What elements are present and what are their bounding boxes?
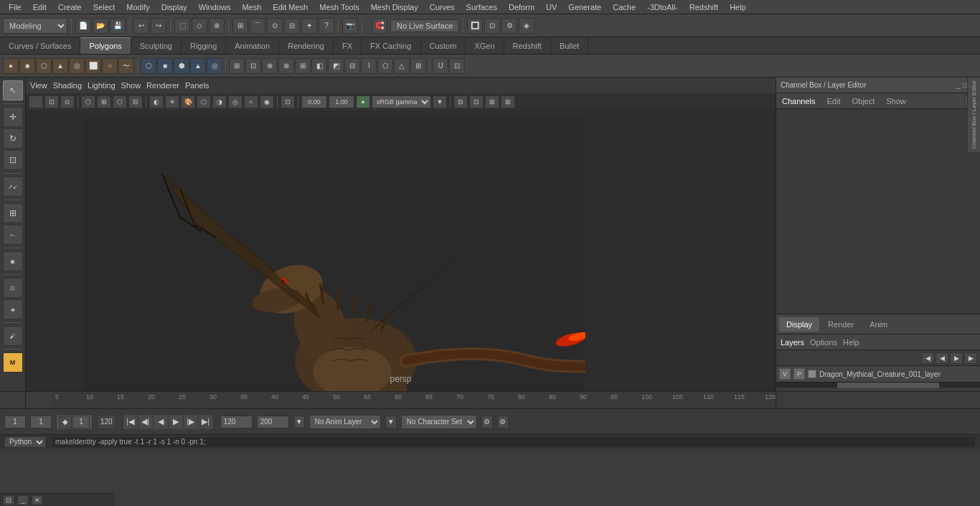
vp-menu-show[interactable]: Show <box>121 81 141 90</box>
render-icon[interactable]: 🔳 <box>467 18 483 34</box>
bevel-icon[interactable]: ⊡ <box>245 58 261 74</box>
menu-deform[interactable]: Deform <box>503 1 540 13</box>
xray-icon[interactable]: ⬡ <box>113 95 127 108</box>
menu-help[interactable]: Help <box>724 1 752 13</box>
script-lang-select[interactable]: Python MEL <box>4 436 46 448</box>
gamma-expand-icon[interactable]: ▼ <box>433 95 447 108</box>
go-to-end-btn[interactable]: ▶| <box>199 415 213 429</box>
command-line-input[interactable] <box>52 436 976 448</box>
layer-vis-v[interactable]: V <box>779 368 791 380</box>
layer-vis-p[interactable]: P <box>793 368 805 380</box>
plane-icon[interactable]: ⬜ <box>85 58 101 74</box>
boolean-icon[interactable]: ⊞ <box>410 58 426 74</box>
camera-icon[interactable]: 📷 <box>342 18 358 34</box>
shadow-icon[interactable]: ◑ <box>212 95 227 108</box>
fill-icon[interactable]: ◧ <box>311 58 327 74</box>
disp-tab-anim[interactable]: Anim <box>862 317 895 332</box>
move-tool-btn[interactable]: ✛ <box>3 107 23 127</box>
color-icon[interactable]: 🎨 <box>181 95 195 108</box>
vp-menu-view[interactable]: View <box>30 81 47 90</box>
new-scene-icon[interactable]: 📄 <box>75 18 91 34</box>
layer-add-btn[interactable]: ◀ <box>921 352 934 364</box>
char-set-gear-btn[interactable]: ⚙ <box>497 416 509 428</box>
ch-tab-show[interactable]: Show <box>883 95 909 107</box>
menu-generate[interactable]: Generate <box>562 1 607 13</box>
gamma-exposure-field[interactable] <box>301 95 327 108</box>
component-btn[interactable]: ⊡ <box>3 278 23 298</box>
mode-dropdown[interactable]: Modeling <box>3 18 67 34</box>
menu-windows[interactable]: Windows <box>193 1 237 13</box>
wireframe-icon[interactable]: ⊟ <box>128 95 143 108</box>
reduce-icon[interactable]: ⬡ <box>377 58 393 74</box>
torus-icon[interactable]: ◎ <box>69 58 85 74</box>
snap-btn[interactable]: ⊞ <box>3 203 23 223</box>
tab-fx[interactable]: FX <box>334 37 362 54</box>
texture-icon[interactable]: ⬡ <box>197 95 211 108</box>
hud3-icon[interactable]: ⊞ <box>485 95 499 108</box>
ch-tab-channels[interactable]: Channels <box>779 95 818 107</box>
char-set-options-btn[interactable]: ⚙ <box>481 416 493 428</box>
tab-curves-surfaces[interactable]: Curves / Surfaces <box>0 37 80 54</box>
pipe-icon[interactable]: ○ <box>102 58 118 74</box>
snap-live-icon[interactable]: ✦ <box>301 18 317 34</box>
snap-to-view-icon[interactable]: ⊟ <box>284 18 300 34</box>
smooth-icon[interactable]: ⌇ <box>361 58 377 74</box>
current-frame-start[interactable] <box>4 416 26 428</box>
hud1-icon[interactable]: ⊟ <box>453 95 468 108</box>
menu-edit[interactable]: Edit <box>27 1 52 13</box>
layer-prev-btn[interactable]: ◀ <box>936 352 948 364</box>
anim-options-btn[interactable]: ▼ <box>293 416 305 428</box>
color-profile-icon[interactable]: ● <box>356 95 370 108</box>
tab-fx-caching[interactable]: FX Caching <box>362 37 420 54</box>
menu-surfaces[interactable]: Surfaces <box>461 1 503 13</box>
helix-icon[interactable]: 〜 <box>118 58 134 74</box>
snap-to-curve-icon[interactable]: ⌒ <box>250 18 265 34</box>
menu-edit-mesh[interactable]: Edit Mesh <box>267 1 314 13</box>
play-fwd-btn[interactable]: ▶ <box>169 415 183 429</box>
cone-icon[interactable]: ▲ <box>52 58 68 74</box>
redo-icon[interactable]: ↪ <box>151 18 166 34</box>
disp-tab-render[interactable]: Render <box>821 317 861 332</box>
paint-btn[interactable]: 🖌 <box>3 326 23 346</box>
snap-to-poly-icon[interactable]: ⬡ <box>81 95 95 108</box>
menu-uv[interactable]: UV <box>540 1 562 13</box>
lighting2-icon[interactable]: ☀ <box>165 95 179 108</box>
subdiv-cone-icon[interactable]: ▲ <box>190 58 206 74</box>
uv-auto-icon[interactable]: ⊡ <box>449 58 465 74</box>
rotate-tool-btn[interactable]: ↻ <box>3 128 23 149</box>
playback-range-start[interactable] <box>220 416 253 428</box>
tab-rendering[interactable]: Rendering <box>279 37 334 54</box>
merge-icon[interactable]: ⊕ <box>262 58 278 74</box>
select-tool-btn[interactable]: ↖ <box>3 80 23 100</box>
key-frame-btn[interactable]: ◆ <box>59 416 72 428</box>
sphere-icon[interactable]: ● <box>3 58 19 74</box>
tab-bullet[interactable]: Bullet <box>551 37 589 54</box>
save-scene-icon[interactable]: 💾 <box>110 18 126 34</box>
gamma-select[interactable]: sRGB gamma <box>372 95 431 108</box>
split-icon[interactable]: ⊗ <box>278 58 294 74</box>
magnet-icon[interactable]: 🧲 <box>372 18 387 34</box>
layer-end-btn[interactable]: ▶ <box>964 352 977 364</box>
ch-tab-edit[interactable]: Edit <box>824 95 843 107</box>
wedge-icon[interactable]: ◩ <box>328 58 344 74</box>
menu-redshift[interactable]: Redshift <box>684 1 724 13</box>
select-icon[interactable]: ⬚ <box>174 18 190 34</box>
show-hide-btn[interactable]: ◉ <box>3 251 23 271</box>
layers-scrollbar[interactable] <box>776 382 980 388</box>
timeline-ruler[interactable]: 5101520253035404550556065707580859095100… <box>52 392 776 409</box>
layers-tab-options[interactable]: Options <box>810 338 837 347</box>
tab-xgen[interactable]: XGen <box>466 37 504 54</box>
ch-tab-object[interactable]: Object <box>849 95 877 107</box>
tab-redshift[interactable]: Redshift <box>504 37 551 54</box>
triangulate-icon[interactable]: △ <box>394 58 410 74</box>
layer-color-swatch[interactable] <box>808 370 816 378</box>
menu-modify[interactable]: Modify <box>121 1 155 13</box>
tab-animation[interactable]: Animation <box>226 37 279 54</box>
menu-mesh[interactable]: Mesh <box>236 1 267 13</box>
step-fwd-btn[interactable]: |▶ <box>184 415 198 429</box>
cylinder-icon[interactable]: ⬡ <box>36 58 52 74</box>
channel-box-vtab[interactable]: Channel Box / Layer Editor <box>971 80 977 149</box>
play-back-btn[interactable]: ◀ <box>154 415 168 429</box>
step-back-btn[interactable]: ◀| <box>138 415 153 429</box>
vp-menu-renderer[interactable]: Renderer <box>146 81 179 90</box>
